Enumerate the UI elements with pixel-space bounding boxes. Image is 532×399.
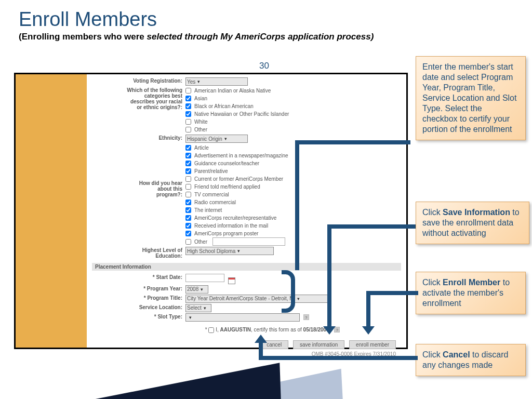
hear-label: Current or former AmeriCorps Member bbox=[194, 175, 283, 183]
hear-option: Article bbox=[185, 144, 401, 152]
program-year-select[interactable]: 2008 bbox=[185, 285, 208, 294]
voting-label: Voting Registration: bbox=[92, 77, 185, 86]
race-checkbox[interactable] bbox=[185, 119, 191, 125]
hear-other-option: Other bbox=[185, 237, 401, 246]
hear-option: TV commercial bbox=[185, 191, 401, 198]
hear-option: Friend told me/friend applied bbox=[185, 183, 401, 191]
arrow-annotation bbox=[259, 356, 418, 360]
enroll-member-button[interactable]: enroll member bbox=[349, 340, 396, 349]
race-label: Black or African American bbox=[194, 102, 254, 110]
race-option: American Indian or Alaska Native bbox=[185, 87, 401, 95]
race-option: White bbox=[185, 118, 401, 126]
hear-checkbox[interactable] bbox=[185, 215, 191, 221]
arrow-head-icon bbox=[323, 326, 336, 335]
hear-label: Guidance counselor/teacher bbox=[194, 159, 259, 167]
hear-checkbox[interactable] bbox=[185, 184, 191, 190]
race-label: Which of the following categories best d… bbox=[92, 87, 185, 134]
race-label: Asian bbox=[194, 95, 207, 102]
hear-label: Friend told me/friend applied bbox=[194, 183, 260, 191]
race-checkbox[interactable] bbox=[185, 96, 191, 101]
program-title-label: * Program Title: bbox=[92, 295, 185, 303]
hear-label: Received information in the mail bbox=[194, 222, 268, 230]
race-label: American Indian or Alaska Native bbox=[194, 87, 271, 95]
hear-option: Advertisement in a newspaper/magazine bbox=[185, 152, 401, 159]
arrow-annotation bbox=[295, 140, 410, 144]
race-option: Native Hawaiian or Other Pacific Islande… bbox=[185, 110, 401, 118]
race-checkbox[interactable] bbox=[185, 103, 191, 109]
program-year-label: * Program Year: bbox=[92, 285, 185, 294]
arrow-annotation bbox=[295, 140, 299, 270]
hear-checkbox[interactable] bbox=[185, 145, 191, 151]
arrow-head-icon bbox=[362, 326, 375, 335]
hear-option: The internet bbox=[185, 206, 401, 214]
hear-other-checkbox[interactable] bbox=[185, 239, 191, 245]
save-information-button[interactable]: save information bbox=[293, 340, 344, 349]
arrow-annotation bbox=[327, 224, 331, 328]
hear-label: AmeriCorps program poster bbox=[194, 230, 258, 237]
edu-label: Highest Level of Education: bbox=[92, 247, 185, 259]
hear-label: AmeriCorps recruiter/representative bbox=[194, 214, 276, 222]
hear-checkbox[interactable] bbox=[185, 200, 191, 205]
arrow-annotation bbox=[366, 291, 370, 328]
hear-option: Current or former AmeriCorps Member bbox=[185, 175, 401, 183]
bracket-annotation bbox=[282, 270, 295, 313]
hear-label: Radio commercial bbox=[194, 198, 236, 206]
ethnicity-label: Ethnicity: bbox=[92, 135, 185, 143]
hear-checkbox[interactable] bbox=[185, 153, 191, 158]
callout-save: Click Save Information to save the enrol… bbox=[416, 202, 529, 244]
app-sidebar bbox=[16, 74, 87, 348]
hear-label: Parent/relative bbox=[194, 167, 228, 175]
callout-cancel: Click Cancel to discard any changes made bbox=[416, 344, 526, 376]
certify-checkbox[interactable] bbox=[208, 327, 214, 333]
slide-number: 30 bbox=[259, 61, 269, 71]
service-location-select[interactable]: Select bbox=[185, 304, 211, 312]
program-title-select[interactable]: City Year Detroit AmeriCorps State - Det… bbox=[185, 295, 331, 303]
arrow-annotation bbox=[366, 291, 418, 295]
hear-checkbox[interactable] bbox=[185, 231, 191, 236]
race-option: Black or African American bbox=[185, 102, 401, 110]
help-icon[interactable]: ? bbox=[303, 314, 309, 320]
hear-checkbox[interactable] bbox=[185, 168, 191, 174]
hear-label: TV commercial bbox=[194, 191, 229, 198]
hear-checkbox[interactable] bbox=[185, 223, 191, 229]
hear-label: The internet bbox=[194, 206, 222, 214]
race-label: Native Hawaiian or Other Pacific Islande… bbox=[194, 110, 289, 118]
hear-label: Advertisement in a newspaper/magazine bbox=[194, 152, 288, 159]
calendar-icon[interactable] bbox=[228, 277, 235, 284]
hear-checkbox[interactable] bbox=[185, 207, 191, 213]
hear-label: Article bbox=[194, 144, 209, 152]
hear-option: AmeriCorps recruiter/representative bbox=[185, 214, 401, 222]
race-label: Other bbox=[194, 126, 207, 134]
embedded-screenshot: Voting Registration: Yes Which of the fo… bbox=[14, 73, 408, 349]
hear-option: Radio commercial bbox=[185, 198, 401, 206]
ethnicity-select[interactable]: Hispanic Origin bbox=[185, 135, 248, 143]
placement-header: Placement Information bbox=[92, 263, 401, 271]
start-date-input[interactable] bbox=[185, 274, 224, 282]
certify-line: * I, AAUGUSTIN, certify this form as of … bbox=[92, 327, 401, 333]
hear-checkbox[interactable] bbox=[185, 176, 191, 182]
page-subtitle: (Enrolling members who were selected thr… bbox=[19, 32, 532, 42]
arrow-annotation bbox=[327, 224, 416, 229]
arrow-head-icon bbox=[255, 335, 267, 343]
hear-checkbox[interactable] bbox=[185, 161, 191, 166]
hear-label: How did you hear about this program?: bbox=[92, 144, 185, 246]
footer-text: eGrants Coaching Unit bbox=[26, 374, 100, 382]
hear-option: AmeriCorps program poster bbox=[185, 230, 401, 237]
callout-enroll: Click Enroll Member to activate the memb… bbox=[416, 272, 526, 314]
voting-select[interactable]: Yes bbox=[185, 77, 248, 86]
race-checkbox[interactable] bbox=[185, 111, 191, 117]
slot-type-label: * Slot Type: bbox=[92, 313, 185, 322]
arrow-annotation bbox=[259, 342, 263, 360]
education-select[interactable]: High School Diploma bbox=[185, 247, 274, 255]
race-option: Other bbox=[185, 126, 401, 134]
callout-start-date: Enter the member's start date and select… bbox=[416, 56, 526, 140]
hear-option: Guidance counselor/teacher bbox=[185, 159, 401, 167]
page-title: Enroll Members bbox=[19, 8, 532, 31]
hear-other-label: Other bbox=[194, 238, 207, 246]
start-date-label: * Start Date: bbox=[92, 274, 185, 284]
hear-checkbox[interactable] bbox=[185, 192, 191, 197]
race-checkbox[interactable] bbox=[185, 88, 191, 94]
race-checkbox[interactable] bbox=[185, 127, 191, 132]
slot-type-select[interactable] bbox=[185, 313, 300, 322]
hear-other-input[interactable] bbox=[212, 237, 285, 246]
